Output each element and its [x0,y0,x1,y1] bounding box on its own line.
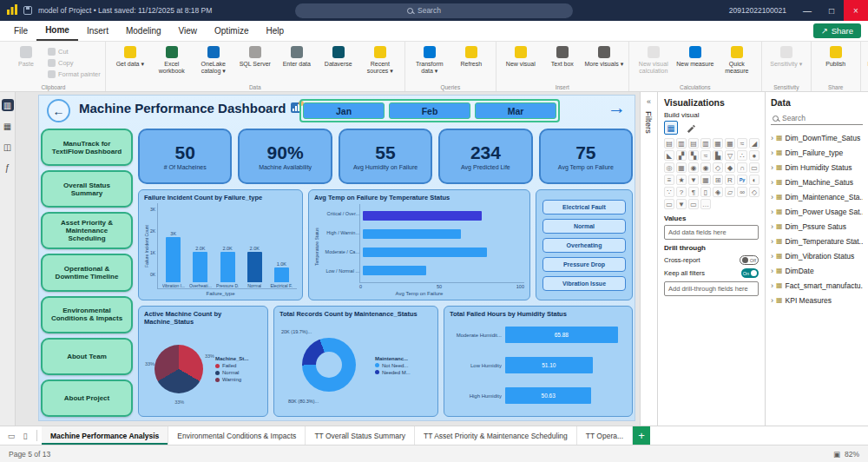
ribbon-button-dataverse[interactable]: Dataverse [319,43,358,68]
ribbon-button-cut[interactable]: Cut [48,48,101,56]
desktop-view-icon[interactable]: ▭ [4,432,18,440]
data-table-row[interactable]: ›▦Fact_smart_manufactu... [771,278,863,293]
kpi-card-avg-humidity-on-failure[interactable]: 55Avg Humidity on Failure [339,129,432,184]
line-and-clustered-column-chart-icon[interactable]: ▚ [688,150,699,161]
ribbon-button-quick-measure[interactable]: Quick measure [717,43,757,75]
maintenance-donut-card[interactable]: Total Records Count by Maintenance_Statu… [273,306,438,417]
map-icon[interactable]: ◉ [688,162,699,173]
ribbon-button-onelake-catalog[interactable]: OneLake catalog ▾ [194,43,233,75]
mobile-view-icon[interactable]: ▯ [18,432,32,440]
kpi-card-avg-temp-on-failure[interactable]: 75Avg Temp on Failure [539,129,633,184]
temp-bar[interactable] [363,229,461,239]
page-tab-environmental-conditions-impacts[interactable]: Environmental Conditions & Impacts [168,426,306,445]
expand-filters-icon[interactable]: « [647,97,651,106]
menu-tab-insert[interactable]: Insert [78,21,117,41]
power-apps-visual-icon[interactable]: ▱ [725,187,735,197]
donut-chart-icon[interactable]: ◎ [664,162,674,173]
failure-bar[interactable] [166,237,181,282]
data-table-row[interactable]: ›▦Dim_Maintenance_Sta... [771,189,863,204]
titlebar-search[interactable] [295,3,573,18]
kpi-card-avg-predicted-life[interactable]: 234Avg Predicted Life [438,129,532,184]
slicer-button-normal[interactable]: Normal [542,219,626,234]
data-table-row[interactable]: ›▦Dim_DownTime_Satus [771,130,863,145]
button-slicer-icon[interactable]: ▼ [676,199,687,209]
stacked-area-chart-icon[interactable]: ◣ [664,150,674,161]
data-search[interactable] [771,112,863,125]
maintenance-donut[interactable] [302,338,356,392]
drill-through-field-well[interactable]: Add drill-through fields here [664,281,759,296]
100-stacked-bar-chart-icon[interactable]: ▦ [713,138,723,148]
data-table-row[interactable]: ›▦Dim_Vibration Status [771,248,863,263]
ribbon-button-paste[interactable]: Paste [6,43,46,68]
failure-bar[interactable] [274,267,289,282]
menu-tab-home[interactable]: Home [36,21,78,41]
data-table-row[interactable]: ›▦Dim_Pssure Satus [771,219,863,234]
slicer-button-pressure-drop[interactable]: Pressure Drop [542,257,626,272]
failure-bar[interactable] [247,252,262,282]
fit-to-page-icon[interactable]: ▣ [833,450,840,459]
azure-map-icon[interactable]: ◆ [725,162,735,173]
decomposition-tree-icon[interactable]: ∵ [664,187,674,197]
maximize-button[interactable]: □ [819,0,844,21]
shape-map-icon[interactable]: ◇ [713,162,723,173]
metrics-icon[interactable]: ◇ [749,187,760,197]
menu-tab-optimize[interactable]: Optimize [206,21,257,41]
filters-pane[interactable]: « Filters [640,92,657,426]
menu-tab-help[interactable]: Help [257,21,293,41]
menu-tab-view[interactable]: View [170,21,207,41]
zoom-level[interactable]: 82% [845,450,859,459]
chevron-right-icon[interactable]: › [771,163,773,172]
dax-query-view-icon[interactable]: ƒ [2,162,14,174]
chevron-right-icon[interactable]: › [771,208,773,216]
kpi-icon[interactable]: ★ [676,175,687,185]
month-button-mar[interactable]: Mar [475,102,556,119]
ribbon-button-more-visuals[interactable]: More visuals ▾ [584,43,624,68]
clustered-column-chart-icon[interactable]: ▥ [700,138,711,148]
close-button[interactable]: × [844,0,868,21]
kpi-card-of-macheines[interactable]: 50# Of Macheines [138,129,232,184]
ribbon-button-new-measure[interactable]: New measure [675,43,715,68]
menu-tab-modeling[interactable]: Modeling [117,21,170,41]
humidity-bar[interactable]: 51.10 [505,357,593,373]
ribbon-button-transform-data[interactable]: Transform data ▾ [410,43,450,75]
chevron-right-icon[interactable]: › [771,148,773,157]
ribbon-button-sql-server[interactable]: SQL Server [235,43,275,68]
nav-button-manutrack-for-textiflow-dashboard[interactable]: ManuTrack for TextiFlow Dashboard [41,129,133,166]
temp-bar[interactable] [363,266,426,275]
chevron-right-icon[interactable]: › [771,267,773,275]
chevron-right-icon[interactable]: › [771,178,773,187]
slicer-icon[interactable]: ▼ [688,175,699,185]
nav-button-overall-status-summary[interactable]: Overall Status Summary [41,170,133,208]
report-view-icon[interactable]: ▥ [2,99,14,111]
paginated-report-icon[interactable]: ▯ [700,187,711,197]
key-influencers-icon[interactable]: ◐ [749,175,760,185]
filled-map-icon[interactable]: ◉ [700,162,711,173]
r-script-visual-icon[interactable]: R [725,175,735,185]
slicer-button-electrical-fault[interactable]: Electrical Fault [542,200,626,214]
build-visual-icon[interactable]: ▦ [664,121,678,135]
ribbon-button-recent-sources[interactable]: Recent sources ▾ [360,43,400,75]
ribbon-button-enter-data[interactable]: Enter data [277,43,317,68]
kpi-card-machine-availability[interactable]: 90%Machine Availability [238,129,332,184]
page-tab-machine-performance-analysis[interactable]: Machine Performance Analysis [42,426,168,445]
stacked-bar-chart-icon[interactable]: ▤ [664,138,674,148]
ribbon-button-get-data[interactable]: Get data ▾ [110,43,150,68]
chevron-right-icon[interactable]: › [771,237,773,246]
new-page-button[interactable]: + [633,426,650,445]
back-button[interactable]: ← [47,99,70,122]
slicer-button-vibration-issue[interactable]: Vibration Issue [542,276,626,291]
temp-chart-card[interactable]: Avg Temp on Failure by Temperature Statu… [308,189,530,300]
power-automate-visual-icon[interactable]: ∞ [737,187,747,197]
100-stacked-column-chart-icon[interactable]: ▦ [725,138,735,148]
machine-status-pie[interactable] [155,345,203,393]
stacked-column-chart-icon[interactable]: ▥ [676,138,687,148]
keep-all-filters-toggle[interactable]: On [741,268,759,278]
month-button-jan[interactable]: Jan [303,102,385,119]
data-table-row[interactable]: ›▦Dim_Power Usage Sat... [771,204,863,219]
data-table-row[interactable]: ›▦Dim_Machine_Satus [771,175,863,189]
page-tab-tt-asset-priority-maintenance-scheduling[interactable]: TT Asset Priority & Maintenance Scheduli… [415,426,577,445]
text-slicer-icon[interactable]: ▭ [688,199,699,209]
ribbon-button-new-visual[interactable]: New visual [501,43,541,68]
scatter-chart-icon[interactable]: ∴ [737,150,747,161]
pie-chart-icon[interactable]: ● [749,150,760,161]
